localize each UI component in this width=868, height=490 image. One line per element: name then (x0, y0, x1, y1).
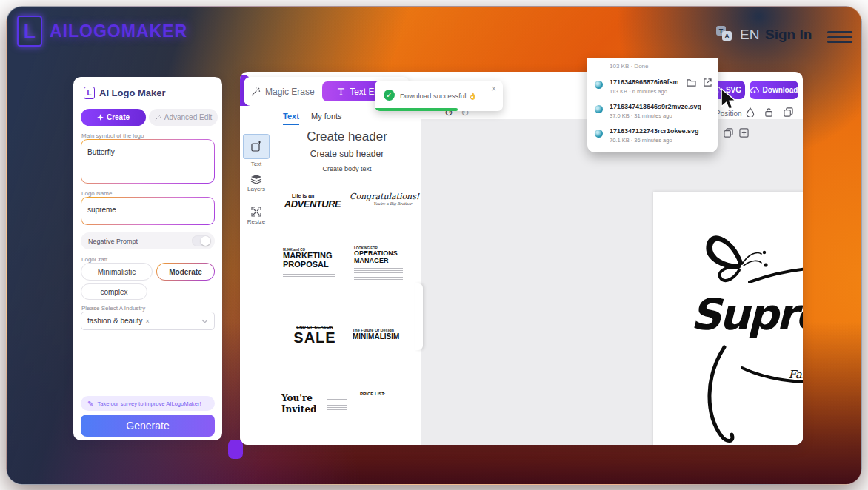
logo-maker-panel: L AI Logo Maker Create Advanced Edit Mai… (73, 77, 222, 440)
toast-progress-bar (375, 108, 458, 111)
create-body-item[interactable]: Create body text (273, 165, 421, 172)
text-template-minimalism[interactable]: The Future Of Design MINIMALISIM (353, 328, 418, 340)
placeholder-body-text (327, 395, 347, 400)
canvas-workspace[interactable]: Supreme Fashion & Beatuy 63% Powered by … (421, 119, 803, 445)
toast-message: Download successful (400, 92, 466, 100)
survey-link[interactable]: ✎ Take our survey to improve AILogoMaker… (81, 396, 215, 411)
negative-prompt-label: Negative Prompt (88, 238, 138, 245)
file-icon (595, 81, 603, 89)
text-template-adventure[interactable]: Life is an ADVENTURE (278, 193, 347, 209)
success-check-icon: ✓ (384, 90, 395, 101)
canvas-logo-subtext[interactable]: Fashion & Beatuy (764, 368, 803, 381)
placeholder-body-text (283, 272, 335, 278)
opacity-droplet-icon[interactable] (746, 107, 755, 117)
layers-icon (250, 174, 262, 184)
add-page-icon[interactable] (739, 128, 749, 138)
duplicate-icon[interactable] (784, 107, 793, 117)
file-icon (595, 105, 603, 113)
logocraft-label: LogoCraft (81, 256, 107, 263)
file-icon (595, 130, 603, 138)
tool-text[interactable]: Text (240, 134, 273, 167)
screen: L AILOGOMAKER T A EN Sign In L AI Logo M… (0, 0, 868, 490)
generate-button[interactable]: Generate (81, 415, 215, 437)
text-template-congratulations[interactable]: Congratulations! You're a Big Brother (350, 192, 418, 206)
negative-prompt-toggle[interactable] (192, 235, 211, 246)
craft-moderate-button[interactable]: Moderate (156, 263, 215, 281)
download-item[interactable]: 1716347122743rcr1okee.svg 70.1 KB · 36 m… (593, 127, 712, 147)
symbol-label: Main symbol of the logo (81, 132, 144, 139)
signin-button[interactable]: Sign In (765, 27, 812, 43)
download-item[interactable]: 1716348965876i69fsm59. 113 KB · 6 minute… (593, 78, 712, 98)
industry-remove-icon[interactable]: × (146, 318, 150, 325)
text-template-marketing[interactable]: M.IHK and CO MARKETING PROPOSAL (283, 248, 345, 278)
symbol-input[interactable]: Butterfly (81, 139, 215, 184)
magic-wand-icon (251, 87, 261, 96)
downloads-dropdown: 103 KB · Done 1716348965876i69fsm59. 113… (587, 58, 718, 152)
language-selector[interactable]: EN (740, 27, 759, 43)
chevron-down-icon (201, 319, 208, 323)
download-item[interactable]: 1716347413646s9r2mvze.svg 37.0 KB · 31 m… (593, 102, 712, 123)
create-header-item[interactable]: Create header (273, 130, 421, 144)
tool-resize[interactable]: Resize (240, 207, 273, 225)
logo-name-label: Logo Name (81, 190, 112, 197)
download-button[interactable]: Download (750, 81, 798, 99)
translate-icon[interactable]: T A (716, 26, 734, 42)
brand-title[interactable]: AILOGOMAKER (50, 21, 187, 41)
negative-prompt-row: Negative Prompt (81, 232, 215, 249)
object-toolbar (746, 107, 803, 117)
text-template-operations[interactable]: LOOKING FOR OPERATIONS MANAGER (354, 246, 416, 280)
editor-panel: › (240, 72, 803, 445)
industry-label: Please Select A Industry (81, 305, 145, 312)
placeholder-body-text (360, 406, 415, 408)
placeholder-body-text (354, 268, 403, 280)
tool-rail: Text Layers Resize (240, 106, 273, 445)
placeholder-body-text (327, 405, 347, 412)
industry-value: fashion & beauty (87, 317, 143, 325)
text-template-invited[interactable]: You're Invited (281, 393, 348, 415)
text-template-sale[interactable]: END OF SEASON SALE (289, 325, 341, 346)
artboard[interactable]: Supreme Fashion & Beatuy (653, 192, 803, 445)
text-side-panel: Text My fonts Create header Create sub h… (273, 106, 421, 445)
toast-emoji: 👌 (468, 92, 477, 100)
tool-layers[interactable]: Layers (240, 174, 273, 192)
brand-logo-icon[interactable]: L (17, 16, 42, 47)
show-in-folder-icon[interactable] (687, 78, 696, 87)
page-controls (724, 128, 749, 138)
wand-icon (155, 114, 161, 121)
open-external-icon[interactable] (704, 78, 712, 87)
text-tool-icon (243, 134, 270, 159)
craft-complex-button[interactable]: complex (81, 283, 147, 300)
sparkle-icon (97, 114, 104, 121)
panel-title: AI Logo Maker (99, 87, 166, 98)
tab-my-fonts[interactable]: My fonts (311, 112, 342, 121)
logo-name-input[interactable]: supreme (81, 197, 215, 225)
toast-close-icon[interactable]: × (491, 84, 496, 94)
side-panel-resize-handle[interactable] (415, 283, 423, 350)
text-icon (337, 87, 345, 95)
craft-minimalistic-button[interactable]: Minimalistic (81, 263, 153, 281)
mouse-cursor (720, 88, 739, 113)
magic-erase-button[interactable]: Magic Erase (251, 87, 315, 97)
duplicate-page-icon[interactable] (724, 128, 733, 138)
download-item-meta-partial: 103 KB · Done (610, 63, 648, 70)
panel-header: L AI Logo Maker (84, 87, 166, 99)
tab-create[interactable]: Create (81, 109, 146, 126)
toast-notification: ✓ Download successful 👌 × (375, 81, 503, 111)
tab-advanced-edit[interactable]: Advanced Edit (149, 109, 218, 126)
menu-icon[interactable] (827, 31, 852, 43)
create-subheader-item[interactable]: Create sub header (273, 149, 421, 159)
cloud-download-icon (750, 87, 759, 94)
tab-text[interactable]: Text (283, 112, 299, 125)
industry-select[interactable]: fashion & beauty × (81, 312, 215, 330)
placeholder-body-text (360, 400, 415, 402)
text-template-pricelist[interactable]: PRICE LIST: (360, 392, 418, 414)
panel-logo-icon: L (84, 87, 95, 99)
canvas-logo-text[interactable]: Supreme (653, 289, 803, 340)
bottom-collapse-handle[interactable] (228, 440, 243, 459)
brand-letter: L (24, 20, 36, 43)
placeholder-body-text (360, 412, 415, 414)
unlock-icon[interactable] (764, 107, 774, 117)
desktop-wallpaper: L AILOGOMAKER T A EN Sign In L AI Logo M… (6, 6, 862, 485)
resize-icon (251, 207, 261, 217)
pencil-icon: ✎ (87, 400, 93, 408)
